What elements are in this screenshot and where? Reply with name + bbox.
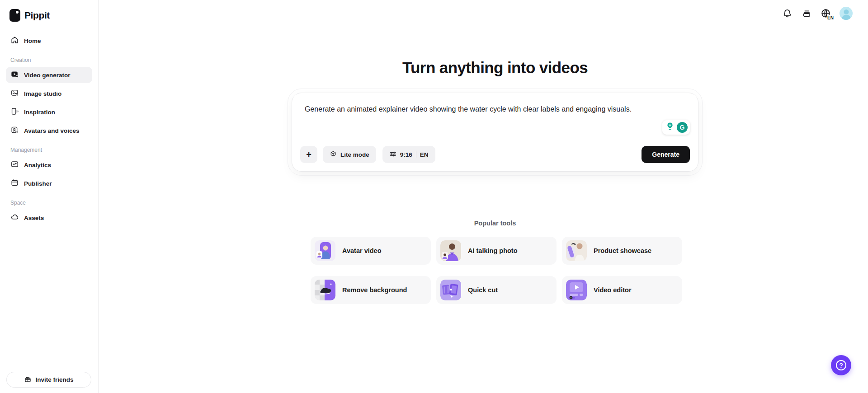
grammarly-suggestion-icon — [665, 121, 675, 134]
popular-tools-grid: Avatar video AI talking photo Product sh… — [311, 237, 682, 304]
ai-talking-photo-thumbnail — [440, 240, 461, 261]
settings-sliders-icon — [389, 150, 396, 159]
brand-logo[interactable]: Pippit — [6, 8, 92, 23]
sidebar-item-label: Analytics — [24, 162, 51, 168]
quick-cut-thumbnail — [440, 280, 461, 300]
sidebar-item-publisher[interactable]: Publisher — [6, 175, 92, 192]
generate-button[interactable]: Generate — [642, 146, 690, 163]
sidebar-item-image-studio[interactable]: Image studio — [6, 85, 92, 102]
lite-mode-label: Lite mode — [340, 151, 369, 158]
prompt-toolbar: + Lite mode 9:16 EN Generate — [300, 146, 690, 163]
prompt-input[interactable]: Generate an animated explainer video sho… — [305, 104, 683, 136]
pill-divider — [416, 151, 416, 158]
video-generator-icon — [10, 70, 19, 80]
add-attachment-button[interactable]: + — [300, 146, 317, 163]
prompt-card: Generate an animated explainer video sho… — [292, 93, 698, 172]
sidebar-item-avatars-and-voices[interactable]: Avatars and voices — [6, 122, 92, 139]
export-queue-icon[interactable] — [801, 8, 812, 19]
sidebar-item-label: Video generator — [24, 72, 71, 79]
grammarly-logo-icon: G — [677, 122, 688, 133]
tool-card-avatar-video[interactable]: Avatar video — [311, 237, 431, 265]
tool-card-remove-background[interactable]: Remove background — [311, 276, 431, 304]
invite-friends-label: Invite friends — [35, 376, 73, 383]
language-code: EN — [827, 15, 834, 20]
sidebar-item-video-generator[interactable]: Video generator — [6, 67, 92, 83]
analytics-icon — [10, 160, 19, 170]
sidebar-item-label: Home — [24, 37, 41, 44]
inspiration-icon — [10, 107, 19, 117]
sidebar-item-analytics[interactable]: Analytics — [6, 157, 92, 173]
sidebar-item-label: Image studio — [24, 90, 61, 97]
tool-label: Product showcase — [594, 247, 651, 254]
sidebar: Pippit Home Creation Video generator Ima… — [0, 0, 99, 393]
tool-card-video-editor[interactable]: Video editor — [562, 276, 682, 304]
sidebar-item-label: Inspiration — [24, 109, 55, 116]
page-title: Turn anything into videos — [292, 59, 698, 77]
notifications-bell-icon[interactable] — [781, 8, 793, 19]
tool-label: Video editor — [594, 286, 632, 294]
sidebar-item-inspiration[interactable]: Inspiration — [6, 104, 92, 120]
sidebar-section-management: Management — [6, 147, 92, 153]
tool-label: AI talking photo — [468, 247, 518, 254]
tool-label: Remove background — [342, 286, 407, 294]
tool-label: Quick cut — [468, 286, 498, 294]
remove-background-thumbnail — [315, 280, 335, 300]
voice-language-value: EN — [420, 151, 429, 158]
assets-cloud-icon — [10, 213, 19, 223]
help-icon: ? — [836, 360, 846, 370]
publisher-icon — [10, 178, 19, 188]
popular-tools-title: Popular tools — [292, 220, 698, 227]
avatars-and-voices-icon — [10, 126, 19, 136]
tool-card-ai-talking-photo[interactable]: AI talking photo — [436, 237, 557, 265]
brand-name: Pippit — [24, 10, 50, 21]
gift-icon — [24, 375, 32, 384]
tool-card-product-showcase[interactable]: Product showcase — [562, 237, 682, 265]
grammarly-suggestions[interactable]: G — [662, 120, 690, 135]
sidebar-item-label: Avatars and voices — [24, 127, 80, 134]
help-button[interactable]: ? — [831, 355, 851, 375]
video-editor-thumbnail — [566, 280, 587, 300]
pippit-logo-icon — [9, 9, 20, 22]
pippit-app: Pippit Home Creation Video generator Ima… — [0, 0, 868, 393]
product-showcase-thumbnail — [566, 240, 587, 261]
sidebar-section-creation: Creation — [6, 57, 92, 63]
sidebar-item-assets[interactable]: Assets — [6, 210, 92, 226]
avatar-video-thumbnail — [315, 240, 335, 261]
home-icon — [10, 36, 19, 46]
tool-card-quick-cut[interactable]: Quick cut — [436, 276, 557, 304]
sidebar-item-label: Assets — [24, 215, 44, 221]
sidebar-item-home[interactable]: Home — [6, 33, 92, 49]
lite-mode-selector[interactable]: Lite mode — [323, 146, 376, 163]
sidebar-item-label: Publisher — [24, 180, 52, 187]
invite-friends-button[interactable]: Invite friends — [6, 372, 91, 388]
video-settings-selector[interactable]: 9:16 EN — [382, 146, 435, 163]
tool-label: Avatar video — [342, 247, 382, 254]
aspect-ratio-value: 9:16 — [400, 151, 412, 158]
model-cube-icon — [330, 150, 337, 159]
image-studio-icon — [10, 89, 19, 98]
header-actions: EN — [781, 7, 853, 20]
account-avatar[interactable] — [840, 7, 853, 20]
sidebar-section-space: Space — [6, 200, 92, 206]
language-globe-icon[interactable]: EN — [820, 8, 832, 19]
